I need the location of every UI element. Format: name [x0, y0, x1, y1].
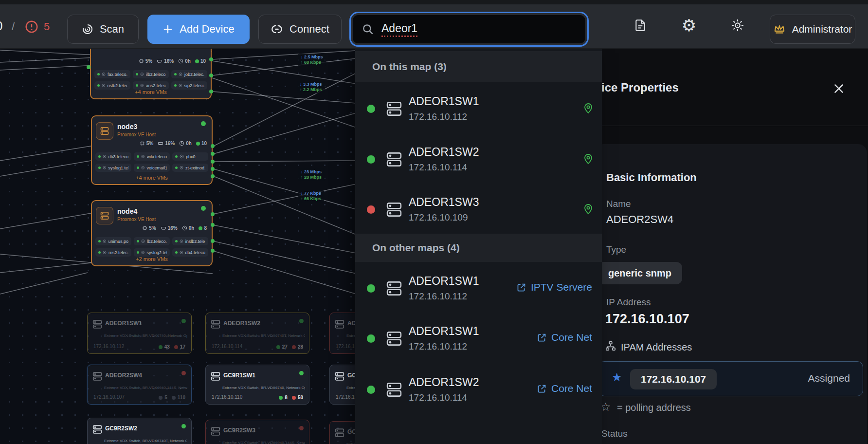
search-result-row[interactable]: ADEOR1SW1 172.16.10.112 — [355, 90, 602, 127]
locate-pin-icon[interactable] — [582, 204, 594, 215]
host-card-node3[interactable]: node3 Proxmox VE Host 5% 16% 0h 10 db3.t… — [91, 115, 213, 185]
add-device-label: Add Device — [180, 23, 235, 36]
switch-status-dot — [181, 424, 186, 428]
user-menu-button[interactable]: Administrator — [770, 15, 855, 44]
vm-chip[interactable]: db4.teleco... — [172, 248, 208, 257]
close-icon[interactable] — [831, 81, 847, 96]
open-map-link[interactable]: Core Net — [537, 332, 592, 343]
scan-button[interactable]: Scan — [67, 15, 139, 44]
result-status-dot — [367, 386, 375, 394]
settings-gear-icon[interactable]: ⚙ — [680, 17, 698, 34]
more-vms-link[interactable]: +4 more VMs — [92, 175, 212, 181]
link-down-rate: ↓ 3.3 Mbps — [300, 82, 322, 87]
vm-name: pbx0 — [186, 154, 196, 159]
vm-name: ilb2.teleco... — [146, 72, 166, 77]
result-status-dot — [367, 205, 375, 214]
ipam-address-row[interactable]: ★ 172.16.10.107 Assigned — [598, 361, 863, 396]
switch-card-gc9r2sw2[interactable]: GC9R2SW2 Extreme VDX Switch, BR-VDX6740T… — [87, 418, 192, 444]
up-count: 5 — [164, 395, 167, 400]
vm-icon — [102, 72, 106, 76]
vm-status-dot — [98, 240, 101, 242]
vm-chip[interactable]: syslog2.tel... — [134, 248, 170, 257]
host-card-node4[interactable]: node4 Proxmox VE Host 5% 16% 0h 8 unimus… — [91, 200, 213, 266]
more-vms-link[interactable]: +4 more VMs — [91, 89, 211, 95]
vm-chip[interactable]: sip2.teleco... — [171, 81, 207, 90]
vm-chip[interactable]: nslb2.telec... — [94, 81, 130, 90]
link-endpoint-dot — [209, 57, 213, 61]
theme-brightness-icon[interactable] — [729, 17, 746, 34]
vm-chip[interactable]: inslb2.tele... — [172, 237, 208, 245]
alert-icon[interactable] — [24, 19, 39, 34]
search-result-row[interactable]: ADEOR1SW3 172.16.10.109 — [355, 191, 602, 228]
search-result-row[interactable]: ADEOR1SW2 172.16.10.114 Core Net — [355, 371, 602, 408]
switch-status-dot — [299, 426, 304, 430]
down-count: 110 — [178, 395, 185, 400]
switch-card-adeor2sw4[interactable]: ADEOR2SW4 Extreme VDX Switch, BR-VDX6940… — [87, 365, 192, 405]
locate-pin-icon[interactable] — [582, 153, 594, 165]
switch-card-adeor1sw2[interactable]: ADEOR1SW2 Extreme VDX Switch, BR-VDX6740… — [205, 313, 309, 354]
server-icon — [96, 122, 113, 140]
vm-chip[interactable]: lb2.teleco... — [134, 237, 170, 245]
result-status-dot — [367, 334, 375, 343]
vm-chip[interactable]: fax.teleco... — [94, 70, 130, 78]
vm-status-dot — [98, 166, 101, 169]
switch-card-adeor1sw1[interactable]: ADEOR1SW1 Extreme VDX Switch, BR-VDX6740… — [87, 313, 192, 354]
search-value[interactable]: Adeor1 — [381, 22, 417, 37]
vm-chip[interactable]: syslog1.tel... — [95, 164, 131, 172]
vm-chip[interactable]: wiki.teleco... — [134, 152, 170, 161]
host-stats: 5% 16% 0h 10 — [139, 58, 206, 64]
device-search-input[interactable]: Adeor1 — [349, 12, 589, 47]
up-count: 8 — [285, 395, 288, 400]
switch-card-gc9r2sw3[interactable]: GC9R2SW3 Extreme VDX Switch, BR-VDX6940-… — [205, 420, 309, 444]
switch-name: GC9R2SW3 — [223, 427, 255, 434]
connect-button[interactable]: Connect — [258, 15, 342, 44]
vm-name: syslog2.tel... — [146, 250, 167, 255]
vm-icon — [140, 83, 144, 88]
vm-icon — [103, 250, 107, 255]
search-result-row[interactable]: ADEOR1SW1 172.16.10.112 Core Net — [355, 320, 602, 357]
switch-description: Extreme VDX Switch, BR-VDX6740, Network … — [104, 333, 187, 338]
map-link-label: ↓ 23 Mbps ↑ 28 Mbps — [298, 168, 325, 181]
vm-status-dot — [175, 166, 178, 169]
document-icon[interactable] — [632, 17, 649, 34]
switch-card-gc9r1sw1[interactable]: GC9R1SW1 Extreme VDX Switch, BR-VDX6740,… — [205, 365, 309, 405]
vm-chip[interactable]: pbx0 — [172, 152, 208, 161]
switch-icon — [384, 330, 404, 348]
vm-name: ans2.telec... — [146, 83, 166, 88]
locate-pin-icon[interactable] — [582, 103, 594, 114]
ram-icon — [161, 225, 166, 231]
polling-address-note: = polling address — [617, 402, 691, 413]
name-label: Name — [606, 199, 631, 209]
vm-chip[interactable]: unimus.po... — [95, 237, 131, 245]
vm-chip[interactable]: ilb2.teleco... — [133, 70, 169, 78]
link-endpoint-dot — [211, 174, 215, 178]
open-map-link[interactable]: Core Net — [537, 383, 592, 394]
search-result-row[interactable]: ADEOR1SW1 172.16.10.112 IPTV Servere — [355, 270, 602, 307]
vm-chip[interactable]: rns2.telec... — [95, 248, 131, 257]
host-type: Proxmox VE Host — [117, 217, 156, 222]
result-device-ip: 172.16.10.114 — [409, 392, 467, 403]
vm-chip[interactable]: voicemail1... — [134, 164, 170, 172]
more-vms-link[interactable]: +2 more VMs — [92, 256, 212, 262]
vm-chip[interactable]: job2.telec... — [171, 70, 207, 78]
vm-count: 10 — [201, 141, 207, 146]
vm-chip[interactable]: ans2.telec... — [133, 81, 169, 90]
link-endpoint-dot — [211, 239, 215, 243]
polling-star-icon[interactable]: ★ — [612, 371, 622, 383]
vm-name: zt-exitnod... — [185, 166, 205, 170]
open-map-link[interactable]: IPTV Servere — [516, 281, 592, 293]
vm-chip[interactable]: db3.teleco... — [95, 152, 131, 161]
server-icon — [96, 207, 113, 224]
vm-chip[interactable]: zt-exitnod... — [172, 164, 208, 172]
add-device-button[interactable]: Add Device — [147, 15, 250, 44]
vm-icon — [180, 250, 183, 255]
type-label: Type — [606, 244, 626, 255]
switch-icon — [384, 201, 404, 219]
link-endpoint-dot — [211, 144, 215, 148]
down-count: 50 — [298, 395, 303, 400]
up-count: 27 — [282, 344, 288, 350]
switch-icon — [210, 319, 221, 330]
vm-name: wiki.teleco... — [147, 154, 167, 159]
link-icon — [271, 23, 283, 36]
search-result-row[interactable]: ADEOR1SW2 172.16.10.114 — [355, 141, 602, 178]
